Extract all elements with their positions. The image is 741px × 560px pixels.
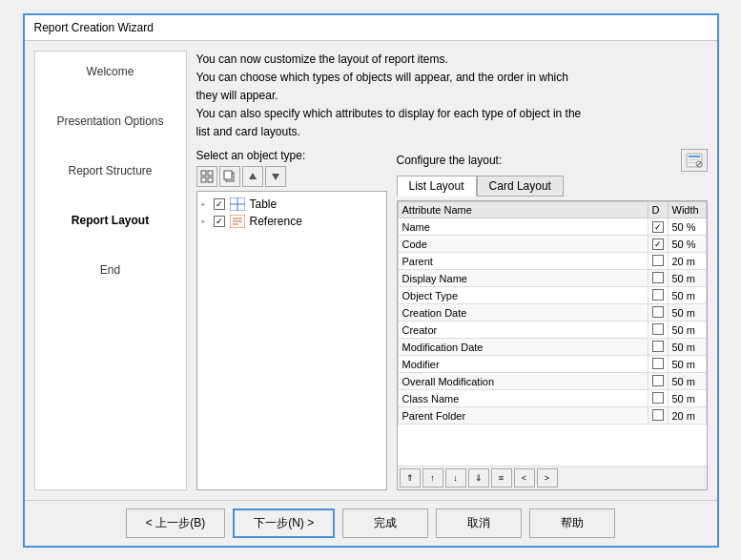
right-panel-header: Configure the layout: [397, 149, 708, 172]
svg-marker-6 [249, 173, 257, 179]
expand-ref-icon: + [201, 218, 211, 226]
toolbar-btn-grid[interactable] [196, 166, 217, 187]
sidebar-item-structure[interactable]: Report Structure [60, 160, 159, 181]
tree-item-table[interactable]: + Table [201, 196, 382, 213]
attr-name-cell: Creator [398, 321, 648, 339]
left-panel: Select an object type: [196, 149, 387, 489]
next-button[interactable]: 下一步(N) > [233, 508, 335, 538]
reference-checkbox[interactable] [214, 216, 225, 227]
attr-width-cell: 50 m [668, 321, 706, 339]
col-width: Width [668, 202, 706, 218]
attr-check-cell[interactable] [648, 339, 668, 356]
svg-rect-16 [689, 156, 700, 157]
sidebar-item-end[interactable]: End [93, 259, 128, 280]
attr-name-cell: Creation Date [398, 304, 648, 321]
attr-check-cell[interactable] [648, 270, 668, 287]
attr-checkbox[interactable] [652, 409, 664, 421]
attr-check-cell[interactable] [648, 407, 668, 425]
table-row: Code50 % [398, 236, 706, 253]
attr-checkbox[interactable] [652, 306, 664, 318]
attr-checkbox[interactable] [652, 255, 664, 266]
content-area: Select an object type: [196, 149, 708, 489]
table-row: Overall Modification50 m [398, 373, 706, 390]
btn-move-up[interactable]: ↑ [422, 468, 443, 487]
sidebar-item-welcome[interactable]: Welcome [79, 61, 142, 82]
attr-name-cell: Code [398, 236, 648, 253]
expand-table-icon: + [201, 200, 211, 209]
attr-width-cell: 50 m [668, 270, 706, 287]
help-button[interactable]: 帮助 [529, 508, 615, 538]
toolbar-btn-down[interactable] [265, 166, 286, 187]
cancel-button[interactable]: 取消 [436, 508, 522, 538]
tabs-row: List Layout Card Layout [397, 176, 708, 197]
attr-check-cell[interactable] [648, 356, 668, 373]
attr-name-cell: Display Name [398, 270, 648, 287]
attr-check-cell[interactable] [648, 236, 668, 253]
col-d: D [648, 202, 668, 218]
attr-name-cell: Modifier [398, 356, 648, 373]
attr-width-cell: 50 m [668, 390, 706, 407]
table-row: Parent20 m [398, 253, 706, 270]
btn-scroll-left[interactable]: < [514, 468, 535, 487]
table-row: Creation Date50 m [398, 304, 706, 321]
table-row: Creator50 m [398, 321, 706, 339]
attr-checkbox[interactable] [652, 375, 664, 386]
table-icon [230, 197, 245, 211]
svg-marker-7 [272, 174, 279, 180]
attr-name-cell: Name [398, 218, 648, 236]
attr-checkbox[interactable] [652, 358, 664, 369]
toolbar-btn-up[interactable] [242, 166, 263, 187]
tab-list-layout[interactable]: List Layout [397, 176, 477, 197]
attr-check-cell[interactable] [648, 304, 668, 321]
config-icon-button[interactable] [681, 149, 708, 172]
attr-check-cell[interactable] [648, 218, 668, 236]
attr-check-cell[interactable] [648, 373, 668, 390]
reference-icon [230, 215, 245, 228]
attr-checkbox[interactable] [652, 272, 664, 283]
attr-check-cell[interactable] [648, 321, 668, 339]
btn-move-bottom[interactable]: ⇓ [468, 468, 489, 487]
attr-name-cell: Class Name [398, 390, 648, 407]
attr-width-cell: 50 % [668, 236, 706, 253]
dialog-footer: < 上一步(B) 下一步(N) > 完成 取消 帮助 [25, 500, 717, 546]
svg-rect-5 [224, 171, 232, 179]
attr-width-cell: 50 m [668, 304, 706, 321]
attr-check-cell[interactable] [648, 287, 668, 304]
right-panel: Configure the layout: [397, 149, 708, 489]
toolbar-btn-copy[interactable] [219, 166, 240, 187]
btn-move-down[interactable]: ↓ [445, 468, 466, 487]
btn-move-top[interactable]: ⇑ [400, 468, 421, 487]
attr-checkbox[interactable] [652, 392, 664, 404]
attr-name-cell: Parent Folder [398, 407, 648, 425]
attr-name-cell: Overall Modification [398, 373, 648, 390]
svg-rect-2 [201, 177, 206, 182]
attr-check-cell[interactable] [648, 253, 668, 270]
attribute-table-container: Attribute Name D Width Name50 %Code50 %P… [397, 200, 708, 489]
attr-checkbox[interactable] [652, 239, 664, 250]
attr-checkbox[interactable] [652, 341, 664, 352]
attr-check-cell[interactable] [648, 390, 668, 407]
attr-checkbox[interactable] [652, 289, 664, 301]
main-content: You can now customize the layout of repo… [196, 51, 708, 490]
attr-checkbox[interactable] [652, 221, 664, 233]
select-object-label: Select an object type: [196, 149, 387, 162]
btn-sort[interactable]: ≡ [491, 468, 512, 487]
attr-width-cell: 50 % [668, 218, 706, 236]
sidebar-item-presentation[interactable]: Presentation Options [49, 111, 171, 132]
table-checkbox[interactable] [214, 198, 225, 210]
tab-card-layout[interactable]: Card Layout [477, 176, 564, 197]
table-label: Table [250, 197, 278, 211]
dialog-title: Report Creation Wizard [25, 15, 717, 41]
attr-width-cell: 20 m [668, 253, 706, 270]
back-button[interactable]: < 上一步(B) [126, 508, 225, 538]
finish-button[interactable]: 完成 [342, 508, 428, 538]
attr-width-cell: 50 m [668, 356, 706, 373]
attr-width-cell: 20 m [668, 407, 706, 425]
table-row: Modifier50 m [398, 356, 706, 373]
attribute-table-scroll[interactable]: Attribute Name D Width Name50 %Code50 %P… [398, 201, 707, 465]
bottom-toolbar: ⇑ ↑ ↓ ⇓ ≡ < > [398, 466, 707, 489]
btn-scroll-right[interactable]: > [537, 468, 558, 487]
attr-checkbox[interactable] [652, 323, 664, 335]
tree-item-reference[interactable]: + Reference [201, 213, 382, 230]
sidebar-item-layout[interactable]: Report Layout [64, 210, 156, 231]
